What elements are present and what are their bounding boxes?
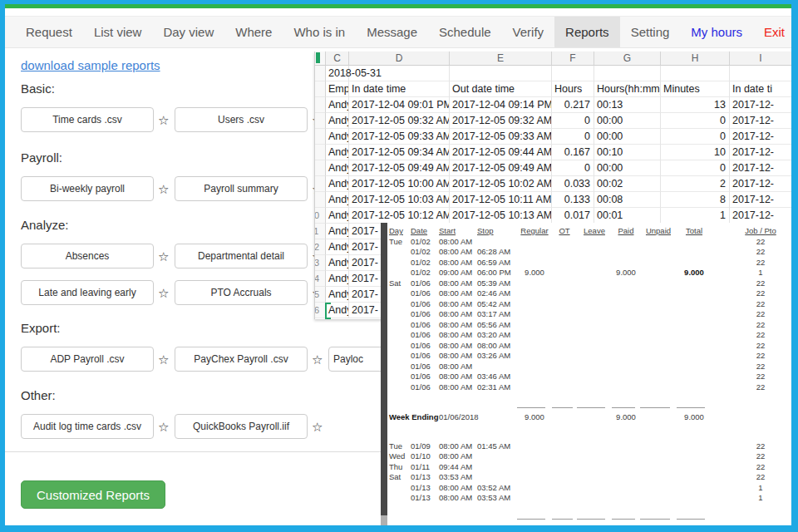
sheet-cell[interactable]: 2017-12- [730, 208, 792, 224]
sheet-cell[interactable]: 0 [661, 160, 730, 176]
nav-item-setting[interactable]: Setting [620, 17, 681, 47]
nav-item-who-is-in[interactable]: Who is in [283, 17, 356, 47]
favorite-star-icon[interactable]: ☆ [158, 287, 169, 299]
sheet-col-header-g[interactable]: G [594, 52, 661, 66]
sheet-cell[interactable]: 0.033 [552, 176, 594, 192]
sheet-cell[interactable]: Andy [326, 160, 349, 176]
sheet-cell[interactable]: 0.167 [552, 145, 594, 160]
sheet-cell[interactable]: 00:00 [594, 113, 661, 129]
nav-item-verify[interactable]: Verify [502, 17, 555, 47]
nav-item-schedule[interactable]: Schedule [428, 17, 502, 47]
nav-item-my-hours[interactable]: My hours [680, 17, 753, 47]
sheet-cell[interactable]: 2017-12- [730, 145, 792, 160]
sheet-cell[interactable]: 2017-12-05 09:32 AM [349, 113, 450, 129]
sheet-cell[interactable] [730, 66, 792, 81]
favorite-star-icon[interactable]: ☆ [312, 421, 323, 433]
sheet-header-cell[interactable]: In date ti [730, 81, 792, 97]
sheet-cell[interactable]: Andy [326, 208, 349, 224]
report-button-quickbooks-payroll-iif[interactable]: QuickBooks Payroll.iif [175, 414, 308, 439]
sheet-cell-title[interactable]: 2018-05-31 [326, 66, 349, 81]
report-button-bi-weekly-payroll[interactable]: Bi-weekly payroll [21, 176, 154, 201]
sheet-cell[interactable]: 2017-12- [730, 160, 792, 176]
report-button-absences[interactable]: Absences [21, 244, 154, 268]
nav-item-message[interactable]: Message [356, 17, 428, 47]
sheet-cell[interactable]: 2017-12-05 09:32 AM [450, 113, 552, 129]
sheet-cell[interactable]: 2017-12-05 09:49 AM [349, 160, 450, 176]
sheet-row-header[interactable]: 1 [315, 66, 326, 81]
sheet-cell[interactable]: Andy [326, 97, 349, 113]
nav-item-exit[interactable]: Exit [753, 17, 796, 47]
sheet-cell[interactable]: 2017-12-05 10:03 AM [349, 192, 450, 208]
report-button-departmental-detail[interactable]: Departmental detail [175, 244, 308, 268]
report-button-audit-log-time-cards-csv[interactable]: Audit log time cards .csv [21, 414, 154, 439]
sheet-cell[interactable]: Andy [326, 271, 349, 287]
favorite-star-icon[interactable]: ☆ [312, 353, 323, 366]
sheet-row-header[interactable]: 13 [315, 255, 326, 271]
sheet-cell[interactable]: 2017-12-05 09:33 AM [349, 129, 450, 145]
sheet-header-cell[interactable]: Empl [326, 81, 349, 97]
sheet-cell[interactable]: 2 [661, 176, 730, 192]
sheet-cell[interactable]: 00:00 [594, 160, 661, 176]
report-button-adp-payroll-csv[interactable]: ADP Payroll .csv [21, 347, 154, 372]
sheet-cell[interactable]: 2017-12-05 10:12 AM [349, 208, 450, 224]
sheet-cell[interactable]: 00:01 [594, 208, 661, 224]
sheet-cell[interactable]: 2017-12- [730, 97, 792, 113]
sheet-row-header[interactable]: 15 [315, 287, 326, 303]
sheet-cell[interactable]: 0 [661, 129, 730, 145]
sheet-cell[interactable]: 00:13 [594, 97, 661, 113]
sheet-header-cell[interactable]: In date time [349, 81, 450, 97]
report-button-paychex-payroll-csv[interactable]: PayChex Payroll .csv [175, 347, 308, 372]
sheet-cell[interactable]: 2017-12-05 10:00 AM [349, 176, 450, 192]
sheet-cell[interactable]: Andy [326, 145, 349, 160]
favorite-star-icon[interactable]: ☆ [158, 114, 169, 126]
sheet-cell[interactable]: 0 [552, 129, 594, 145]
sheet-row-header[interactable]: 3 [315, 97, 326, 113]
sheet-cell[interactable]: Andy [326, 129, 349, 145]
sheet-col-header-h[interactable]: H [661, 52, 730, 66]
sheet-cell[interactable]: 2017-12- [730, 129, 792, 145]
sheet-cell[interactable]: 0.133 [552, 192, 594, 208]
sheet-cell[interactable]: Andy [326, 255, 349, 271]
sheet-row-header[interactable]: 10 [315, 208, 326, 224]
nav-item-day-view[interactable]: Day view [152, 17, 224, 47]
sheet-col-header-i[interactable]: I [730, 52, 792, 66]
sheet-cell[interactable]: 2017-12-05 09:44 AM [450, 145, 552, 160]
sheet-header-cell[interactable]: Out date time [450, 81, 552, 97]
sheet-cell[interactable]: 2017-12-05 09:49 AM [450, 160, 552, 176]
sheet-col-header-d[interactable]: D [349, 52, 450, 66]
report-button-payroll-summary[interactable]: Payroll summary [175, 176, 308, 201]
sheet-row-header[interactable]: 11 [315, 224, 326, 239]
sheet-cell[interactable]: 00:10 [594, 145, 661, 160]
sheet-cell[interactable] [594, 66, 661, 81]
sheet-cell[interactable]: Andy [326, 113, 349, 129]
sheet-cell[interactable]: 2017-12- [730, 113, 792, 129]
sheet-cell[interactable] [552, 66, 594, 81]
sheet-row-header[interactable]: 12 [315, 239, 326, 255]
sheet-cell[interactable] [661, 66, 730, 81]
sheet-row-header[interactable]: 5 [315, 129, 326, 145]
sheet-cell[interactable]: 2017-12-05 09:34 AM [349, 145, 450, 160]
sheet-header-cell[interactable]: Minutes [661, 81, 730, 97]
sheet-header-cell[interactable]: Hours [552, 81, 594, 97]
report-scrollbar-thumb[interactable] [381, 223, 387, 515]
sheet-cell[interactable]: 0 [661, 113, 730, 129]
sheet-cell[interactable]: 0.217 [552, 97, 594, 113]
sheet-row-header[interactable]: 4 [315, 113, 326, 129]
favorite-star-icon[interactable]: ☆ [158, 353, 169, 366]
customized-reports-button[interactable]: Customized Reports [21, 480, 165, 509]
sheet-row-header[interactable]: 6 [315, 145, 326, 160]
sheet-cell[interactable]: 0 [552, 113, 594, 129]
sheet-row-header[interactable]: 2 [315, 81, 326, 97]
report-scrollbar[interactable] [381, 223, 387, 525]
nav-item-request[interactable]: Request [15, 17, 83, 47]
sheet-cell[interactable]: 2017-12- [730, 176, 792, 192]
report-button-time-cards-csv[interactable]: Time cards .csv [21, 107, 154, 132]
sheet-cell[interactable]: Andy [326, 239, 349, 255]
sheet-cell[interactable]: 0.017 [552, 208, 594, 224]
favorite-star-icon[interactable]: ☆ [158, 421, 169, 433]
sheet-row-header[interactable]: 14 [315, 271, 326, 287]
sheet-cell[interactable]: Andy [326, 287, 349, 303]
sheet-cell[interactable]: 2017-12-05 10:02 AM [450, 176, 552, 192]
sheet-cell[interactable]: 2017-12-05 10:11 AM [450, 192, 552, 208]
sheet-col-header-e[interactable]: E [450, 52, 552, 66]
